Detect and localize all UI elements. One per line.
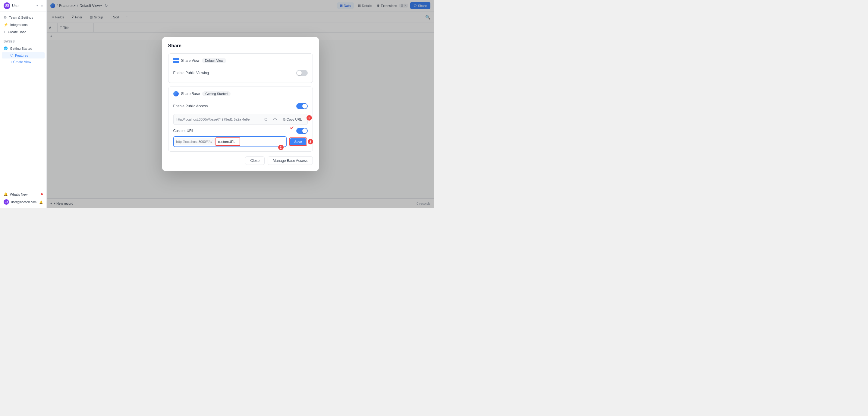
sidebar: US User ▾ « ⚙ Team & Settings ⚡ Integrat… [0,0,47,208]
sidebar-base-getting-started[interactable]: 🌐 Getting Started [0,45,46,52]
modal-title: Share [168,43,313,49]
enable-public-viewing-row: Enable Public Viewing [173,67,308,78]
share-modal: Share Share View Default View Enable Pub… [162,37,319,171]
enable-public-access-row: Enable Public Access [173,101,308,112]
collapse-sidebar-icon[interactable]: « [40,3,43,8]
annotation-1: 1 [307,115,312,121]
custom-url-toggle[interactable] [296,128,308,134]
close-modal-button[interactable]: Close [245,156,265,165]
custom-url-input[interactable] [216,138,240,146]
share-view-label: Share View [181,58,199,63]
embed-code-icon[interactable]: <> [272,116,278,123]
url-box-wrapper: http://localhost:3000/#/base/74979ed1-5a… [173,114,308,125]
enable-public-viewing-label: Enable Public Viewing [173,71,209,75]
create-view-btn[interactable]: + Create View [0,59,46,65]
share-view-icon [173,58,179,63]
sidebar-item-create-base[interactable]: + Create Base [0,28,46,36]
table-icon: ⬡ [10,53,13,57]
save-btn-border: Save [289,138,307,146]
sidebar-item-label: Integrations [10,23,27,27]
enable-public-access-toggle[interactable] [296,103,308,109]
table-label: Features [15,54,28,57]
share-base-label: Share Base [181,92,200,96]
sidebar-header: US User ▾ « [0,0,46,11]
custom-url-input-row: http://localhost:3000/#/p/ Save 3 [173,136,308,147]
sidebar-item-whats-new[interactable]: 🔔 What's New! [0,191,46,198]
sidebar-table-features[interactable]: ⬡ Features [2,52,44,58]
copy-icon: ⧉ [283,118,285,121]
toggle-knob [297,70,302,76]
sidebar-item-integrations[interactable]: ⚡ Integrations [0,21,46,28]
save-btn-wrapper: Save 3 [288,137,307,147]
sidebar-item-team-settings[interactable]: ⚙ Team & Settings [0,14,46,21]
custom-url-input-box: http://localhost:3000/#/p/ [173,136,287,147]
user-email: user@nocodb.com [11,201,36,204]
red-arrow-icon: ➜ [288,124,296,132]
sidebar-bottom: 🔔 What's New! US user@nocodb.com 🔔 [0,189,46,208]
user-name: User [12,4,36,8]
sidebar-menu: ⚙ Team & Settings ⚡ Integrations + Creat… [0,11,46,38]
modal-overlay: Share Share View Default View Enable Pub… [47,0,434,208]
enable-public-access-label: Enable Public Access [173,104,208,108]
custom-url-label-row: Custom URL ➜ [173,128,308,134]
custom-url-wrapper: Custom URL ➜ http://localhost:3000/#/p/ [173,128,308,147]
base-globe-icon: 🌐 [4,47,8,50]
custom-url-prefix: http://localhost:3000/#/p/ [174,138,215,145]
sidebar-item-label: Create Base [8,30,26,34]
base-label: Getting Started [10,47,32,50]
whats-new-label: What's New! [10,192,28,196]
integrations-icon: ⚡ [4,23,8,27]
bell-icon: 🔔 [4,192,8,196]
custom-url-rest-input[interactable] [241,138,286,145]
sidebar-item-label: Team & Settings [9,16,33,19]
manage-base-access-button[interactable]: Manage Base Access [268,156,313,165]
plus-icon: + [4,30,6,34]
chevron-down-icon: ▾ [36,4,38,7]
share-view-header: Share View Default View [173,58,308,63]
custom-url-toggle-wrap: ➜ [296,128,308,134]
create-view-label: + Create View [10,60,31,64]
bases-label: Bases [0,38,46,45]
annotation-2: 2 [278,145,284,150]
share-base-badge: Getting Started [202,91,230,96]
enable-public-viewing-toggle[interactable] [296,70,308,76]
copy-url-button[interactable]: ⧉ Copy URL [281,117,304,122]
share-view-badge: Default View [202,58,227,63]
url-text: http://localhost:3000/#/base/74979ed1-5a… [177,118,260,121]
sidebar-item-user-footer[interactable]: US user@nocodb.com 🔔 [0,198,46,206]
modal-footer: Close Manage Base Access [168,156,313,165]
share-view-section: Share View Default View Enable Public Vi… [168,53,313,83]
notification-dot [41,193,43,195]
settings-icon: ⚙ [4,16,7,20]
share-base-icon [173,91,179,96]
share-base-section: Share Base Getting Started Enable Public… [168,87,313,152]
url-box: http://localhost:3000/#/base/74979ed1-5a… [173,114,308,125]
custom-url-label: Custom URL [173,129,194,133]
toggle-knob-2 [302,104,307,109]
user-footer-avatar: US [4,199,9,205]
bell-small-icon: 🔔 [39,201,43,204]
save-custom-url-button[interactable]: Save [290,138,306,145]
avatar: US [4,2,10,9]
share-base-header: Share Base Getting Started [173,91,308,96]
annotation-3: 3 [308,139,313,144]
toggle-knob-3 [302,128,307,133]
open-url-icon[interactable]: ⬡ [262,116,269,123]
